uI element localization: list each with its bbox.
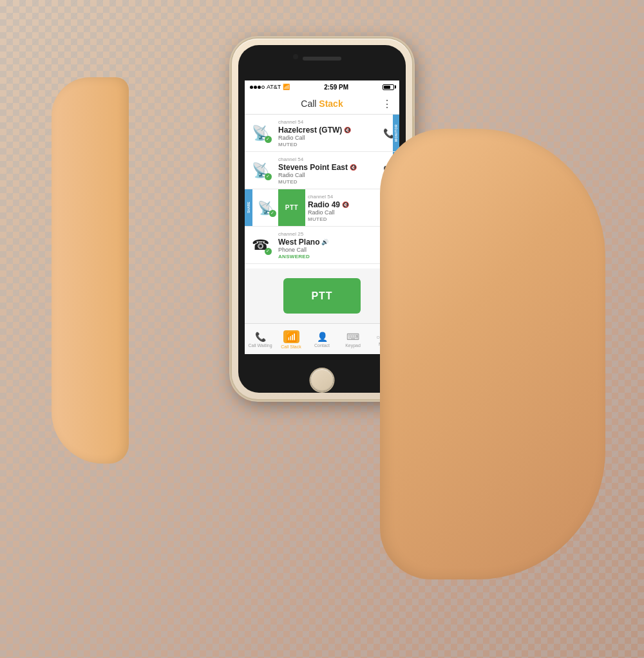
call-waiting-icon: 📞 (255, 332, 266, 342)
dot-1 (250, 86, 253, 89)
header-title: Call Stack (301, 99, 343, 109)
battery-indicator (383, 84, 394, 90)
call-list: 📡 ✓ channel 54 Hazelcrest (GTW) 🔇 (245, 115, 399, 268)
bottom-nav: 📞 Call Waiting 📶 Call Stack 👤 Contact (245, 323, 399, 354)
call-item[interactable]: SHARE 📡 ✓ PTT channel 54 (245, 189, 399, 227)
app-screen: AT&T 📶 2:59 PM Call Stack ⋮ (245, 80, 399, 354)
hand-fingers-left (52, 77, 129, 464)
wifi-icon: 📶 (283, 84, 290, 90)
home-button[interactable] (311, 369, 334, 391)
call-status-2: MUTED (278, 179, 375, 185)
hand-palm-right (380, 129, 605, 579)
carrier-name: AT&T (267, 84, 281, 90)
nav-item-call-waiting[interactable]: 📞 Call Waiting (245, 332, 276, 348)
radio-tower-icon-1: 📡 ✓ (252, 125, 269, 142)
call-name-2: Stevens Point East 🔇 (278, 163, 375, 172)
mute-icon-1: 🔇 (344, 127, 351, 133)
app-header: Call Stack ⋮ (245, 93, 399, 115)
scene: AT&T 📶 2:59 PM Call Stack ⋮ (0, 0, 644, 658)
call-stack-icon: 📶 (286, 332, 297, 342)
nav-item-call-stack[interactable]: 📶 Call Stack (276, 330, 307, 349)
nav-item-keypad[interactable]: ⌨ Keypad (337, 332, 368, 348)
green-check-1: ✓ (265, 136, 272, 143)
call-name-3: Radio 49 🔇 (308, 200, 375, 209)
ptt-area: PTT (245, 268, 399, 323)
status-right (383, 84, 394, 90)
call-info-5: channel 80 Radio 63 🔊 Phone Call ANSWERE… (276, 265, 378, 269)
battery-fill (384, 86, 390, 89)
nav-item-contact[interactable]: 👤 Contact (307, 332, 337, 348)
nav-label-contact: Contact (314, 343, 330, 348)
dot-3 (258, 86, 261, 89)
call-item[interactable]: ☎ ✓ channel 25 West Plano 🔊 Phon (245, 227, 399, 264)
monitor-band-1: MONITOR (393, 115, 399, 151)
share-label-3: SHARE (245, 189, 252, 226)
call-type-1: Radio Call (278, 135, 375, 141)
header-menu-button[interactable]: ⋮ (382, 98, 393, 110)
call-status-1: MUTED (278, 142, 375, 147)
side-button-left-1 (230, 103, 232, 119)
green-check-3: ✓ (269, 210, 276, 217)
call-type-3: Radio Call (308, 209, 375, 216)
call-channel-1: channel 54 (278, 119, 375, 125)
green-check-4: ✓ (265, 248, 272, 255)
call-stack-icon-bg: 📶 (283, 330, 299, 343)
ptt-main-button[interactable]: PTT (283, 278, 361, 314)
nav-label-keypad: Keypad (345, 343, 361, 348)
call-info-1: channel 54 Hazelcrest (GTW) 🔇 Radio Call… (276, 115, 378, 151)
keypad-icon: ⌨ (346, 332, 359, 342)
status-time: 2:59 PM (324, 84, 348, 91)
dot-2 (254, 86, 257, 89)
call-info-2: channel 54 Stevens Point East 🔇 Radio Ca… (276, 153, 378, 189)
green-check-2: ✓ (265, 173, 272, 180)
nav-label-call-waiting: Call Waiting (248, 343, 272, 348)
radio-tower-icon-2: 📡 ✓ (252, 162, 269, 179)
contact-icon: 👤 (317, 332, 328, 342)
call-info-3: channel 54 Radio 49 🔇 Radio Call MUTED (305, 190, 378, 226)
call-name-4: West Plano 🔊 (278, 238, 375, 247)
dot-4 (261, 86, 265, 89)
front-camera (293, 54, 298, 59)
mute-icon-3: 🔇 (342, 202, 349, 208)
call-info-4: channel 25 West Plano 🔊 Phone Call ANSWE… (276, 227, 378, 263)
nav-label-call-stack: Call Stack (281, 344, 301, 349)
call-status-3: MUTED (308, 216, 375, 222)
side-button-left-2 (230, 129, 232, 151)
radio-tower-icon-3: 📡 ✓ (258, 200, 274, 216)
header-title-part2: Stack (319, 99, 343, 109)
call-channel-3: channel 54 (308, 194, 375, 200)
earpiece-speaker (303, 57, 341, 61)
call-item[interactable]: 📡 ✓ channel 54 Hazelcrest (GTW) 🔇 (245, 115, 399, 152)
call-item[interactable]: 📡 ✓ channel 54 Stevens Point East 🔇 (245, 152, 399, 189)
call-channel-4: channel 25 (278, 231, 375, 237)
ptt-inline-button[interactable]: PTT (278, 189, 305, 226)
mute-icon-2: 🔇 (350, 164, 357, 171)
phone-icon-4: ☎ ✓ (252, 237, 269, 254)
call-channel-5: channel 80 (278, 268, 375, 269)
call-item[interactable]: ☎ ✓ channel 80 Radio 63 🔊 Phone (245, 264, 399, 268)
side-button-left-3 (230, 158, 232, 180)
speaker-icon-4: 🔊 (321, 239, 328, 245)
status-bar: AT&T 📶 2:59 PM (245, 80, 399, 93)
call-status-4: ANSWERED (278, 254, 375, 259)
call-name-1: Hazelcrest (GTW) 🔇 (278, 126, 375, 135)
status-left: AT&T 📶 (250, 84, 290, 90)
header-title-part1: Call (301, 99, 319, 109)
call-type-2: Radio Call (278, 172, 375, 178)
call-type-4: Phone Call (278, 247, 375, 253)
signal-dots (250, 86, 265, 89)
call-channel-2: channel 54 (278, 156, 375, 162)
